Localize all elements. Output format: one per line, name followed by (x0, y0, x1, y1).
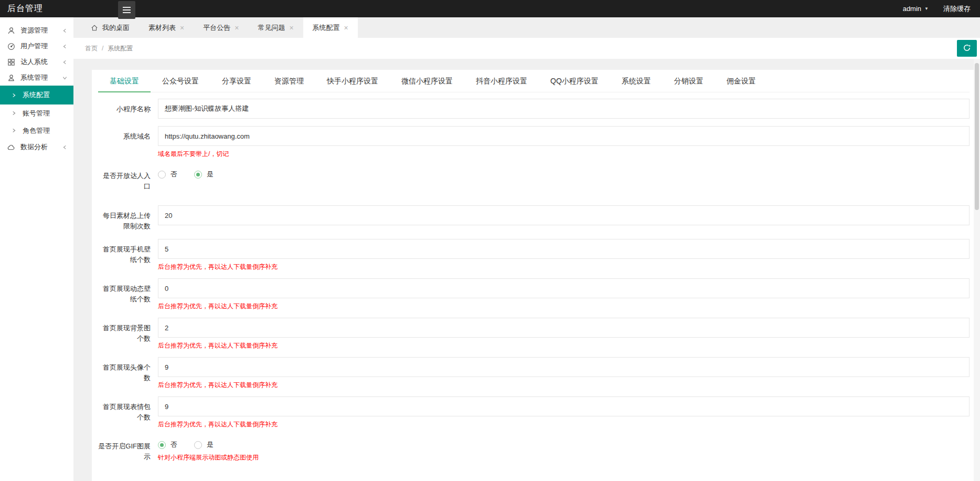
enable-gif-display-option-1[interactable]: 是 (194, 440, 214, 449)
enable-gif-display-option-0[interactable]: 否 (158, 440, 177, 449)
sidebar-subitem-label: 角色管理 (23, 126, 50, 135)
setting-tab-9[interactable]: 分销设置 (663, 70, 715, 92)
home-icon (91, 24, 98, 32)
home-emoji-count-input[interactable] (158, 396, 970, 416)
sidebar-item-label: 数据分析 (20, 142, 48, 152)
close-tab-icon[interactable]: × (289, 24, 293, 32)
field-label-home-background-count: 首页展现背景图个数 (98, 318, 151, 350)
open-tab-1[interactable]: 素材列表× (139, 17, 194, 38)
field-label-home-avatar-count: 首页展现头像个数 (98, 357, 151, 389)
tab-bar: 我的桌面素材列表×平台公告×常见问题×系统配置× (73, 17, 980, 38)
open-tab-0[interactable]: 我的桌面 (81, 17, 139, 38)
close-tab-icon[interactable]: × (344, 24, 348, 32)
menu-toggle-button[interactable] (118, 1, 135, 19)
form-row-home-background-count: 首页展现背景图个数后台推荐为优先，再以达人下载量倒序补充 (98, 318, 970, 350)
setting-tabs: 基础设置公众号设置分享设置资源管理快手小程序设置微信小程序设置抖音小程序设置QQ… (98, 70, 970, 92)
setting-tab-0[interactable]: 基础设置 (98, 70, 151, 92)
sidebar-subitem-0[interactable]: 系统配置 (0, 86, 73, 104)
open-tab-4[interactable]: 系统配置× (303, 17, 358, 38)
breadcrumb: 首页 / 系统配置 (73, 38, 980, 59)
sidebar-item-label: 达人系统 (20, 57, 48, 67)
open-tab-3[interactable]: 常见问题× (248, 17, 303, 38)
caret-down-icon: ▼ (924, 6, 929, 11)
breadcrumb-separator: / (102, 45, 103, 52)
sidebar-subitem-label: 账号管理 (23, 109, 50, 118)
field-label-mini-program-name: 小程序名称 (98, 99, 151, 119)
username: admin (903, 5, 921, 13)
scrollbar-track[interactable] (974, 59, 980, 481)
field-label-open-daren-entry: 是否开放达人入口 (98, 165, 151, 192)
sidebar-item-0[interactable]: 资源管理 (0, 23, 73, 38)
close-tab-icon[interactable]: × (180, 24, 184, 32)
setting-tab-1[interactable]: 公众号设置 (151, 70, 210, 92)
open-daren-entry-option-0[interactable]: 否 (158, 170, 177, 179)
field-label-home-phone-wallpaper-count: 首页展现手机壁纸个数 (98, 239, 151, 271)
admin-user-icon (7, 74, 15, 82)
sidebar-item-1[interactable]: 用户管理 (0, 38, 73, 54)
field-hint-home-emoji-count: 后台推荐为优先，再以达人下载量倒序补充 (158, 420, 970, 428)
chevron-right-icon (12, 111, 16, 116)
open-tab-label: 系统配置 (313, 23, 340, 33)
breadcrumb-home[interactable]: 首页 (85, 44, 98, 53)
system-domain-input[interactable] (158, 126, 970, 146)
sidebar-item-label: 用户管理 (20, 41, 48, 51)
content-area: 基础设置公众号设置分享设置资源管理快手小程序设置微信小程序设置抖音小程序设置QQ… (73, 59, 980, 481)
radio-option-label: 否 (171, 440, 177, 449)
field-hint-home-avatar-count: 后台推荐为优先，再以达人下载量倒序补充 (158, 381, 970, 389)
radio-unchecked-icon[interactable] (158, 171, 166, 179)
home-avatar-count-input[interactable] (158, 357, 970, 377)
sidebar-subitem-1[interactable]: 账号管理 (0, 104, 73, 122)
setting-tab-6[interactable]: 抖音小程序设置 (464, 70, 539, 92)
user-menu[interactable]: admin ▼ (903, 5, 929, 13)
open-daren-entry-option-1[interactable]: 是 (194, 170, 214, 179)
close-tab-icon[interactable]: × (235, 24, 239, 32)
setting-tab-7[interactable]: QQ小程序设置 (539, 70, 610, 92)
refresh-icon (963, 44, 971, 54)
chevron-right-icon (12, 128, 16, 133)
form-row-system-domain: 系统域名域名最后不要带上/，切记 (98, 126, 970, 158)
clear-cache-button[interactable]: 清除缓存 (943, 4, 971, 14)
sidebar-item-4[interactable]: 数据分析 (0, 139, 73, 155)
form-row-register-force-invite-code: 注册是否强制填写邀请码否是 (98, 476, 970, 481)
sidebar-item-label: 系统管理 (20, 73, 48, 82)
refresh-button[interactable] (957, 40, 977, 57)
sidebar-subitem-2[interactable]: 角色管理 (0, 122, 73, 139)
mini-program-name-input[interactable] (158, 99, 970, 119)
home-live-wallpaper-count-input[interactable] (158, 278, 970, 298)
setting-tab-2[interactable]: 分享设置 (210, 70, 263, 92)
radio-unchecked-icon[interactable] (194, 441, 202, 449)
user-icon (7, 27, 15, 35)
form-row-home-phone-wallpaper-count: 首页展现手机壁纸个数后台推荐为优先，再以达人下载量倒序补充 (98, 239, 970, 271)
field-hint-home-background-count: 后台推荐为优先，再以达人下载量倒序补充 (158, 341, 970, 350)
register-force-invite-code-radio-group: 否是 (158, 476, 970, 481)
settings-form: 小程序名称系统域名域名最后不要带上/，切记是否开放达人入口否是每日素材总上传限制… (98, 92, 970, 481)
field-label-enable-gif-display: 是否开启GIF图展示 (98, 436, 151, 462)
sidebar-item-2[interactable]: 达人系统 (0, 54, 73, 70)
radio-checked-icon[interactable] (194, 171, 202, 179)
field-hint-enable-gif-display: 针对小程序端展示动图或静态图使用 (158, 453, 970, 462)
radio-checked-icon[interactable] (158, 441, 166, 449)
form-row-enable-gif-display: 是否开启GIF图展示否是针对小程序端展示动图或静态图使用 (98, 436, 970, 462)
setting-tab-5[interactable]: 微信小程序设置 (390, 70, 464, 92)
setting-tab-3[interactable]: 资源管理 (263, 70, 315, 92)
chevron-left-icon (62, 28, 67, 33)
open-tab-label: 素材列表 (148, 23, 176, 33)
setting-tab-10[interactable]: 佣金设置 (715, 70, 768, 92)
field-hint-system-domain: 域名最后不要带上/，切记 (158, 150, 970, 158)
field-hint-home-live-wallpaper-count: 后台推荐为优先，再以达人下载量倒序补充 (158, 302, 970, 310)
daily-upload-limit-input[interactable] (158, 205, 970, 225)
home-phone-wallpaper-count-input[interactable] (158, 239, 970, 259)
radio-option-label: 是 (207, 170, 214, 179)
form-row-home-live-wallpaper-count: 首页展现动态壁纸个数后台推荐为优先，再以达人下载量倒序补充 (98, 278, 970, 310)
form-row-open-daren-entry: 是否开放达人入口否是 (98, 165, 970, 192)
open-tab-2[interactable]: 平台公告× (194, 17, 248, 38)
open-tab-label: 我的桌面 (102, 23, 130, 33)
scrollbar-thumb[interactable] (975, 63, 979, 210)
field-hint-home-phone-wallpaper-count: 后台推荐为优先，再以达人下载量倒序补充 (158, 263, 970, 271)
form-row-mini-program-name: 小程序名称 (98, 99, 970, 119)
setting-tab-8[interactable]: 系统设置 (610, 70, 663, 92)
setting-tab-4[interactable]: 快手小程序设置 (315, 70, 390, 92)
sidebar-item-3[interactable]: 系统管理 (0, 70, 73, 86)
chevron-left-icon (62, 44, 67, 49)
home-background-count-input[interactable] (158, 318, 970, 338)
